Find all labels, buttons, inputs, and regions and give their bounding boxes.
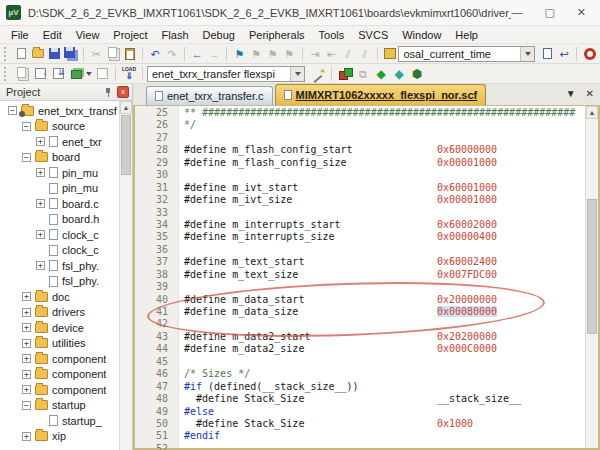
tree-item-utilities[interactable]: + utilities — [0, 336, 119, 352]
tree-expander-icon[interactable]: − — [8, 106, 17, 115]
tree-item-startup-[interactable]: startup_ — [0, 413, 119, 429]
tree-item-fsl-phy-[interactable]: + fsl_phy. — [0, 258, 119, 274]
tree-expander-icon[interactable]: − — [22, 401, 31, 410]
tree-item-board-h[interactable]: board.h — [0, 212, 119, 228]
code-editor[interactable]: 2526272829303132333435363738394041424344… — [133, 106, 600, 450]
save-button[interactable] — [46, 46, 63, 62]
tree-item-pin-mu[interactable]: pin_mu — [0, 181, 119, 197]
outdent-button[interactable]: ⇤ — [323, 46, 340, 62]
tree-expander-icon[interactable]: + — [22, 354, 31, 363]
tree-item-component[interactable]: + component — [0, 382, 119, 398]
menu-item-edit[interactable]: Edit — [36, 28, 69, 42]
tree-item-component[interactable]: + component — [0, 351, 119, 367]
project-panel-close-button[interactable]: x — [117, 86, 129, 98]
tree-item-source[interactable]: − source — [0, 119, 119, 135]
tree-item-enet-txr[interactable]: + enet_txr — [0, 134, 119, 150]
previous-bookmark-button[interactable]: ⚑ — [264, 46, 281, 62]
menu-item-project[interactable]: Project — [106, 28, 154, 42]
scroll-up-arrow[interactable]: ▲ — [120, 101, 132, 114]
target-select-combobox[interactable]: enet_txrx_transfer flexspi — [147, 66, 305, 82]
search-options-button[interactable] — [581, 46, 598, 62]
minimize-button[interactable]: — — [511, 6, 522, 19]
cut-button[interactable]: ✂ — [88, 46, 105, 62]
pin-icon[interactable] — [103, 87, 113, 97]
tree-item-doc[interactable]: + doc — [0, 289, 119, 305]
tree-item-enet-txrx-transf[interactable]: − enet_txrx_transf — [0, 103, 119, 119]
find-button[interactable] — [539, 46, 556, 62]
tab-list-dropdown-button[interactable]: ▼ — [566, 88, 576, 99]
stop-build-button[interactable] — [93, 66, 111, 82]
tree-item-clock-c[interactable]: clock_c — [0, 243, 119, 259]
tree-expander-icon[interactable]: + — [22, 339, 31, 348]
tree-expander-icon[interactable]: + — [22, 432, 31, 441]
toolbar-grip[interactable] — [4, 67, 9, 81]
window-layout-button[interactable]: ⧉ — [354, 66, 372, 82]
target-dropdown-button[interactable] — [290, 67, 304, 81]
tree-expander-icon[interactable]: + — [36, 199, 45, 208]
menu-item-window[interactable]: Window — [395, 28, 448, 42]
tree-expander-icon[interactable]: + — [22, 370, 31, 379]
editor-scrollbar[interactable]: ▲ — [585, 106, 598, 448]
insert-bookmark-button[interactable]: ⚑ — [231, 46, 248, 62]
rebuild-button[interactable] — [49, 66, 67, 82]
tree-item-xip[interactable]: + xip — [0, 429, 119, 445]
new-file-button[interactable] — [13, 46, 30, 62]
tree-item-drivers[interactable]: + drivers — [0, 305, 119, 321]
tree-expander-icon[interactable]: + — [22, 292, 31, 301]
redo-button[interactable]: ↷ — [163, 46, 180, 62]
copy-button[interactable] — [105, 46, 122, 62]
translate-button[interactable] — [13, 66, 31, 82]
menu-item-flash[interactable]: Flash — [155, 28, 196, 42]
tree-item-board-c[interactable]: + board.c — [0, 196, 119, 212]
tab-enet-txrx-transfer-c[interactable]: enet_txrx_transfer.c — [146, 86, 273, 105]
maximize-button[interactable]: ▢ — [544, 6, 554, 19]
next-bookmark-button[interactable]: ⚑ — [248, 46, 265, 62]
scrollbar-thumb[interactable] — [587, 199, 597, 334]
uncomment-selection-button[interactable]: ⫽ — [356, 46, 373, 62]
navigate-forward-button[interactable]: → — [206, 46, 223, 62]
incremental-find-button[interactable]: ↩ — [556, 46, 573, 62]
tree-item-component[interactable]: + component — [0, 367, 119, 383]
tree-expander-icon[interactable]: + — [36, 168, 45, 177]
tree-item-pin-mu[interactable]: + pin_mu — [0, 165, 119, 181]
tab-mimxrt1062xxxxx-flexspi-nor-scf[interactable]: MIMXRT1062xxxxx_flexspi_nor.scf — [275, 84, 487, 105]
find-dropdown-button[interactable] — [520, 47, 534, 61]
batch-build-dropdown[interactable] — [85, 66, 93, 82]
tree-expander-icon[interactable]: + — [36, 230, 45, 239]
options-for-target-button[interactable] — [309, 66, 327, 82]
tree-item-device[interactable]: + device — [0, 320, 119, 336]
find-in-files-button[interactable] — [382, 46, 399, 62]
toolbar-grip[interactable] — [4, 47, 9, 61]
menu-item-view[interactable]: View — [69, 28, 107, 42]
paste-button[interactable] — [121, 46, 138, 62]
download-to-flash-button[interactable]: LOAD⇓ — [120, 66, 138, 82]
menu-item-tools[interactable]: Tools — [312, 28, 352, 42]
undo-button[interactable]: ↶ — [147, 46, 164, 62]
open-file-button[interactable] — [29, 46, 46, 62]
select-software-packs-button[interactable]: ◆ — [390, 66, 408, 82]
tree-item-startup[interactable]: − startup — [0, 398, 119, 414]
menu-item-svcs[interactable]: SVCS — [351, 28, 395, 42]
menu-item-debug[interactable]: Debug — [196, 28, 242, 42]
scroll-up-arrow[interactable]: ▲ — [586, 106, 598, 119]
tree-item-fsl-phy-[interactable]: fsl_phy. — [0, 274, 119, 290]
close-document-button[interactable]: ✕ — [586, 88, 594, 99]
navigate-back-button[interactable]: ← — [189, 46, 206, 62]
save-all-button[interactable] — [63, 46, 80, 62]
tree-expander-icon[interactable]: + — [36, 261, 45, 270]
tree-expander-icon[interactable]: − — [22, 153, 31, 162]
menu-item-peripherals[interactable]: Peripherals — [242, 28, 312, 42]
tree-item-board[interactable]: − board — [0, 150, 119, 166]
build-button[interactable] — [31, 66, 49, 82]
menu-item-help[interactable]: Help — [448, 28, 485, 42]
tree-expander-icon[interactable]: + — [22, 308, 31, 317]
tree-expander-icon[interactable]: + — [36, 137, 45, 146]
tree-expander-icon[interactable]: + — [22, 385, 31, 394]
tree-expander-icon[interactable]: − — [22, 122, 31, 131]
clear-bookmarks-button[interactable]: ⚑ — [281, 46, 298, 62]
scrollbar-thumb[interactable] — [121, 115, 131, 175]
project-tree-scrollbar[interactable]: ▲ — [119, 101, 132, 450]
pack-installer-button[interactable]: ⬢ — [408, 66, 426, 82]
tree-expander-icon[interactable]: + — [22, 323, 31, 332]
indent-button[interactable]: ⇥ — [307, 46, 324, 62]
